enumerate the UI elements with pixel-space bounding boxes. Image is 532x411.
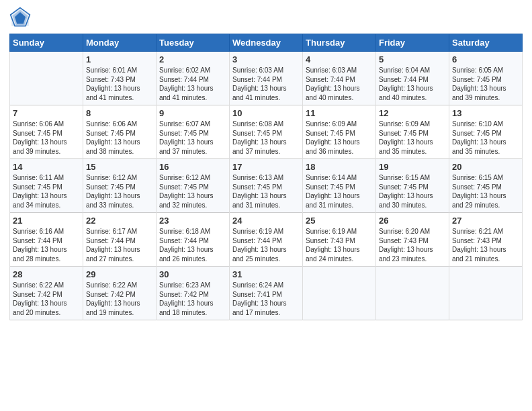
header-row: SundayMondayTuesdayWednesdayThursdayFrid… xyxy=(10,34,523,52)
day-info: Sunrise: 6:11 AM Sunset: 7:45 PM Dayligh… xyxy=(13,173,80,210)
day-number: 12 xyxy=(379,108,446,118)
day-cell: 15Sunrise: 6:12 AM Sunset: 7:45 PM Dayli… xyxy=(83,159,157,213)
logo xyxy=(9,7,34,28)
day-info: Sunrise: 6:04 AM Sunset: 7:44 PM Dayligh… xyxy=(379,66,446,102)
day-info: Sunrise: 6:14 AM Sunset: 7:45 PM Dayligh… xyxy=(306,173,373,210)
day-number: 19 xyxy=(379,162,446,172)
day-number: 15 xyxy=(86,162,153,172)
day-number: 21 xyxy=(13,216,80,226)
day-cell: 13Sunrise: 6:10 AM Sunset: 7:45 PM Dayli… xyxy=(449,105,523,159)
calendar-page: SundayMondayTuesdayWednesdayThursdayFrid… xyxy=(0,0,532,411)
day-number: 30 xyxy=(159,269,226,279)
day-cell: 16Sunrise: 6:12 AM Sunset: 7:45 PM Dayli… xyxy=(157,159,230,213)
day-number: 17 xyxy=(232,162,300,172)
day-number: 28 xyxy=(13,269,80,279)
day-cell: 20Sunrise: 6:15 AM Sunset: 7:45 PM Dayli… xyxy=(449,159,523,213)
day-cell: 31Sunrise: 6:24 AM Sunset: 7:41 PM Dayli… xyxy=(230,267,303,320)
day-number: 24 xyxy=(232,216,300,226)
week-row-0: 1Sunrise: 6:01 AM Sunset: 7:43 PM Daylig… xyxy=(10,52,523,105)
day-cell: 21Sunrise: 6:16 AM Sunset: 7:44 PM Dayli… xyxy=(10,213,83,267)
header-day-friday: Friday xyxy=(376,34,449,52)
header-day-sunday: Sunday xyxy=(10,34,83,52)
day-number: 9 xyxy=(159,108,226,118)
day-info: Sunrise: 6:09 AM Sunset: 7:45 PM Dayligh… xyxy=(306,120,373,156)
day-info: Sunrise: 6:17 AM Sunset: 7:44 PM Dayligh… xyxy=(86,227,153,263)
day-cell: 11Sunrise: 6:09 AM Sunset: 7:45 PM Dayli… xyxy=(303,105,376,159)
day-info: Sunrise: 6:05 AM Sunset: 7:45 PM Dayligh… xyxy=(452,66,519,102)
header-day-monday: Monday xyxy=(83,34,157,52)
day-info: Sunrise: 6:18 AM Sunset: 7:44 PM Dayligh… xyxy=(159,227,226,263)
day-info: Sunrise: 6:10 AM Sunset: 7:45 PM Dayligh… xyxy=(452,120,519,156)
calendar-body: 1Sunrise: 6:01 AM Sunset: 7:43 PM Daylig… xyxy=(10,52,523,320)
day-info: Sunrise: 6:07 AM Sunset: 7:45 PM Dayligh… xyxy=(159,120,226,156)
day-info: Sunrise: 6:03 AM Sunset: 7:44 PM Dayligh… xyxy=(306,66,373,102)
day-number: 27 xyxy=(452,216,519,226)
day-number: 26 xyxy=(379,216,446,226)
day-info: Sunrise: 6:19 AM Sunset: 7:43 PM Dayligh… xyxy=(306,227,373,263)
day-cell: 9Sunrise: 6:07 AM Sunset: 7:45 PM Daylig… xyxy=(157,105,230,159)
day-cell xyxy=(10,52,83,105)
day-cell: 30Sunrise: 6:23 AM Sunset: 7:42 PM Dayli… xyxy=(157,267,230,320)
day-cell: 12Sunrise: 6:09 AM Sunset: 7:45 PM Dayli… xyxy=(376,105,449,159)
day-number: 18 xyxy=(306,162,373,172)
day-number: 29 xyxy=(86,269,153,279)
day-cell: 24Sunrise: 6:19 AM Sunset: 7:44 PM Dayli… xyxy=(230,213,303,267)
day-number: 23 xyxy=(159,216,226,226)
day-info: Sunrise: 6:12 AM Sunset: 7:45 PM Dayligh… xyxy=(159,173,226,210)
day-info: Sunrise: 6:16 AM Sunset: 7:44 PM Dayligh… xyxy=(13,227,80,263)
day-cell: 22Sunrise: 6:17 AM Sunset: 7:44 PM Dayli… xyxy=(83,213,157,267)
day-cell xyxy=(376,267,449,320)
day-cell: 29Sunrise: 6:22 AM Sunset: 7:42 PM Dayli… xyxy=(83,267,157,320)
day-number: 3 xyxy=(232,54,300,64)
day-info: Sunrise: 6:13 AM Sunset: 7:45 PM Dayligh… xyxy=(232,173,300,210)
day-cell: 26Sunrise: 6:20 AM Sunset: 7:43 PM Dayli… xyxy=(376,213,449,267)
logo-icon xyxy=(9,7,31,28)
day-info: Sunrise: 6:15 AM Sunset: 7:45 PM Dayligh… xyxy=(452,173,519,210)
day-number: 20 xyxy=(452,162,519,172)
day-cell: 2Sunrise: 6:02 AM Sunset: 7:44 PM Daylig… xyxy=(157,52,230,105)
day-info: Sunrise: 6:22 AM Sunset: 7:42 PM Dayligh… xyxy=(13,281,80,317)
day-info: Sunrise: 6:12 AM Sunset: 7:45 PM Dayligh… xyxy=(86,173,153,210)
day-number: 31 xyxy=(232,269,300,279)
header-day-saturday: Saturday xyxy=(449,34,523,52)
day-cell: 6Sunrise: 6:05 AM Sunset: 7:45 PM Daylig… xyxy=(449,52,523,105)
day-info: Sunrise: 6:06 AM Sunset: 7:45 PM Dayligh… xyxy=(13,120,80,156)
week-row-4: 28Sunrise: 6:22 AM Sunset: 7:42 PM Dayli… xyxy=(10,267,523,320)
day-number: 25 xyxy=(306,216,373,226)
day-cell: 17Sunrise: 6:13 AM Sunset: 7:45 PM Dayli… xyxy=(230,159,303,213)
day-cell: 23Sunrise: 6:18 AM Sunset: 7:44 PM Dayli… xyxy=(157,213,230,267)
day-cell: 10Sunrise: 6:08 AM Sunset: 7:45 PM Dayli… xyxy=(230,105,303,159)
day-number: 2 xyxy=(159,54,226,64)
day-info: Sunrise: 6:20 AM Sunset: 7:43 PM Dayligh… xyxy=(379,227,446,263)
header-day-tuesday: Tuesday xyxy=(157,34,230,52)
day-number: 14 xyxy=(13,162,80,172)
day-cell: 25Sunrise: 6:19 AM Sunset: 7:43 PM Dayli… xyxy=(303,213,376,267)
calendar-header xyxy=(9,7,523,28)
day-number: 6 xyxy=(452,54,519,64)
day-number: 5 xyxy=(379,54,446,64)
day-info: Sunrise: 6:24 AM Sunset: 7:41 PM Dayligh… xyxy=(232,281,300,317)
day-number: 4 xyxy=(306,54,373,64)
day-info: Sunrise: 6:19 AM Sunset: 7:44 PM Dayligh… xyxy=(232,227,300,263)
day-info: Sunrise: 6:06 AM Sunset: 7:45 PM Dayligh… xyxy=(86,120,153,156)
day-number: 1 xyxy=(86,54,153,64)
day-number: 13 xyxy=(452,108,519,118)
day-cell xyxy=(303,267,376,320)
day-cell: 5Sunrise: 6:04 AM Sunset: 7:44 PM Daylig… xyxy=(376,52,449,105)
day-cell: 1Sunrise: 6:01 AM Sunset: 7:43 PM Daylig… xyxy=(83,52,157,105)
day-cell: 8Sunrise: 6:06 AM Sunset: 7:45 PM Daylig… xyxy=(83,105,157,159)
day-info: Sunrise: 6:02 AM Sunset: 7:44 PM Dayligh… xyxy=(159,66,226,102)
day-info: Sunrise: 6:01 AM Sunset: 7:43 PM Dayligh… xyxy=(86,66,153,102)
day-number: 10 xyxy=(232,108,300,118)
day-cell: 19Sunrise: 6:15 AM Sunset: 7:45 PM Dayli… xyxy=(376,159,449,213)
day-number: 16 xyxy=(159,162,226,172)
week-row-3: 21Sunrise: 6:16 AM Sunset: 7:44 PM Dayli… xyxy=(10,213,523,267)
day-info: Sunrise: 6:22 AM Sunset: 7:42 PM Dayligh… xyxy=(86,281,153,317)
day-cell: 27Sunrise: 6:21 AM Sunset: 7:43 PM Dayli… xyxy=(449,213,523,267)
day-number: 7 xyxy=(13,108,80,118)
header-day-thursday: Thursday xyxy=(303,34,376,52)
week-row-2: 14Sunrise: 6:11 AM Sunset: 7:45 PM Dayli… xyxy=(10,159,523,213)
day-info: Sunrise: 6:03 AM Sunset: 7:44 PM Dayligh… xyxy=(232,66,300,102)
day-cell xyxy=(449,267,523,320)
day-info: Sunrise: 6:09 AM Sunset: 7:45 PM Dayligh… xyxy=(379,120,446,156)
